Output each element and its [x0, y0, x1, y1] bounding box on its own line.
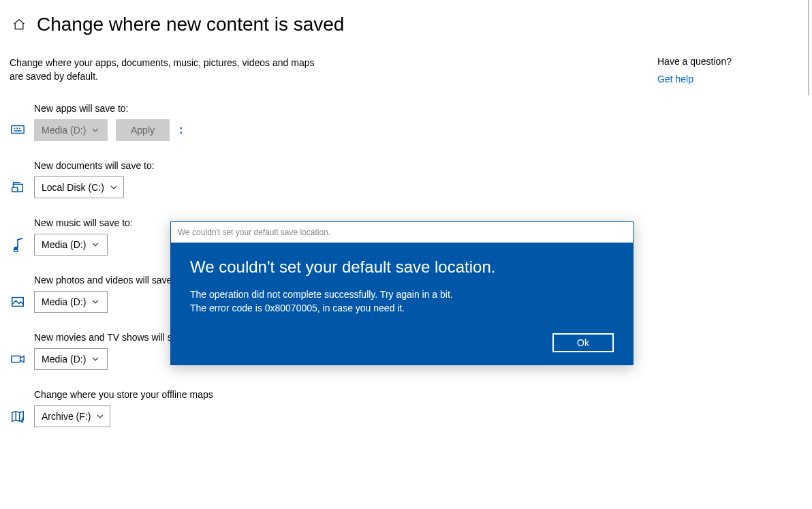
- photos-dropdown[interactable]: Media (D:): [34, 291, 108, 313]
- apps-label: New apps will save to:: [34, 103, 391, 114]
- chevron-down-icon: [91, 355, 99, 363]
- maps-dropdown[interactable]: Archive (F:): [34, 405, 110, 427]
- apps-apply-button[interactable]: Apply: [116, 119, 170, 141]
- documents-dropdown[interactable]: Local Disk (C:): [34, 176, 124, 198]
- svg-rect-0: [12, 125, 24, 133]
- chevron-down-icon: [91, 241, 99, 249]
- get-help-link[interactable]: Get help: [657, 74, 800, 84]
- apps-dropdown-value: Media (D:): [42, 125, 86, 136]
- maps-dropdown-value: Archive (F:): [42, 411, 91, 422]
- chevron-down-icon: [96, 412, 104, 420]
- dialog-text-line1: The operation did not complete successfu…: [190, 288, 614, 301]
- apps-dropdown[interactable]: Media (D:): [34, 119, 108, 141]
- apps-icon: [10, 122, 26, 138]
- music-icon: [10, 236, 26, 253]
- home-icon[interactable]: [12, 18, 26, 31]
- chevron-down-icon: [110, 183, 118, 191]
- svg-rect-2: [12, 187, 18, 191]
- error-dialog: We couldn't set your default save locati…: [170, 221, 634, 365]
- svg-rect-5: [12, 356, 20, 362]
- busy-indicator: :: [179, 124, 183, 136]
- scrollbar-thumb[interactable]: [808, 0, 809, 95]
- music-dropdown-value: Media (D:): [42, 239, 86, 250]
- documents-dropdown-value: Local Disk (C:): [42, 182, 104, 193]
- dialog-ok-button[interactable]: Ok: [552, 333, 614, 352]
- page-description: Change where your apps, documents, music…: [10, 56, 323, 84]
- documents-icon: [10, 179, 26, 196]
- chevron-down-icon: [91, 298, 99, 306]
- movies-icon: [10, 351, 26, 367]
- maps-label: Change where you store your offline maps: [34, 389, 391, 400]
- help-question: Have a question?: [657, 56, 800, 67]
- scrollbar[interactable]: [804, 0, 811, 509]
- dialog-heading: We couldn't set your default save locati…: [190, 258, 614, 277]
- dialog-window-title: We couldn't set your default save locati…: [171, 222, 633, 243]
- movies-dropdown-value: Media (D:): [42, 354, 86, 365]
- chevron-down-icon: [91, 126, 99, 134]
- dialog-text-line2: The error code is 0x80070005, in case yo…: [190, 301, 614, 315]
- photos-icon: [10, 294, 26, 310]
- movies-dropdown[interactable]: Media (D:): [34, 348, 108, 370]
- photos-dropdown-value: Media (D:): [42, 296, 86, 307]
- svg-point-3: [14, 246, 18, 250]
- documents-label: New documents will save to:: [34, 160, 391, 171]
- page-title: Change where new content is saved: [37, 14, 344, 35]
- maps-icon: [10, 408, 26, 425]
- music-dropdown[interactable]: Media (D:): [34, 234, 108, 256]
